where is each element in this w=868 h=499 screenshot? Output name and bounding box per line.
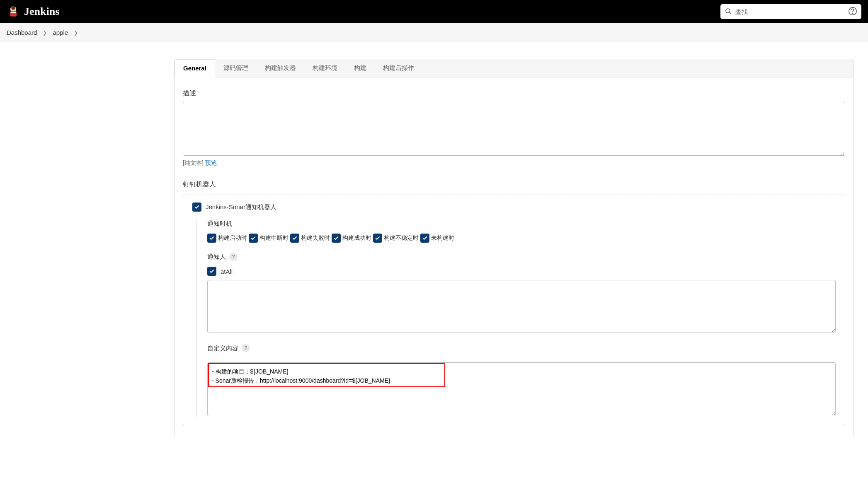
tab-general[interactable]: General [175, 59, 215, 77]
timing-label-start: 构建启动时 [218, 234, 247, 242]
timing-checkbox-notbuilt[interactable] [420, 234, 429, 243]
tab-postbuild[interactable]: 构建后操作 [375, 59, 422, 77]
chevron-right-icon: ❯ [71, 30, 80, 36]
custom-textarea-wrap [207, 358, 836, 417]
logo-area[interactable]: Jenkins [7, 5, 59, 19]
svg-point-7 [852, 13, 853, 14]
svg-rect-3 [11, 12, 16, 12]
logo-title: Jenkins [24, 5, 59, 18]
timing-checkbox-unstable[interactable] [373, 234, 382, 243]
description-label: 描述 [183, 89, 845, 98]
svg-point-2 [11, 6, 15, 10]
description-format-row: [纯文本] 预览 [183, 159, 845, 167]
custom-content-text: 自定义内容 [207, 345, 238, 352]
robot-enable-checkbox[interactable] [192, 202, 201, 212]
atall-textarea[interactable] [207, 280, 836, 333]
breadcrumb: Dashboard ❯ apple ❯ [0, 23, 868, 42]
breadcrumb-item-dashboard[interactable]: Dashboard [7, 29, 37, 36]
search-input[interactable] [732, 8, 848, 15]
help-icon[interactable] [848, 7, 857, 17]
timing-label-success: 构建成功时 [342, 234, 371, 242]
description-textarea[interactable] [183, 102, 845, 156]
robot-name-label: Jenkins-Sonar通知机器人 [206, 203, 276, 211]
header-right [720, 4, 861, 19]
atall-row: atAll [207, 267, 836, 276]
tabs-bar: General 源码管理 构建触发器 构建环境 构建 构建后操作 [174, 59, 854, 77]
breadcrumb-item-job[interactable]: apple [53, 29, 68, 36]
timing-option: 构建失败时 [290, 234, 330, 243]
timing-option: 未构建时 [420, 234, 454, 243]
format-plain-label: [纯文本] [183, 159, 204, 166]
timing-checkbox-failure[interactable] [290, 234, 299, 243]
timing-checkbox-start[interactable] [207, 234, 216, 243]
custom-content-label: 自定义内容 ? [207, 344, 836, 352]
content-container: General 源码管理 构建触发器 构建环境 构建 构建后操作 描述 [纯文本… [174, 59, 854, 437]
svg-point-4 [726, 9, 730, 13]
timing-option: 构建不稳定时 [373, 234, 419, 243]
search-icon [725, 7, 732, 16]
timing-label-aborted: 构建中断时 [259, 234, 289, 242]
help-icon[interactable]: ? [242, 344, 250, 352]
atall-label: atAll [221, 268, 233, 275]
svg-line-5 [730, 12, 731, 14]
timing-option: 构建启动时 [207, 234, 247, 243]
notify-people-label: 通知人 ? [207, 253, 836, 261]
timing-label-failure: 构建失败时 [301, 234, 330, 242]
timing-label: 通知时机 [207, 220, 836, 228]
robot-block: Jenkins-Sonar通知机器人 通知时机 构建启动时 构建中断时 [183, 195, 845, 425]
timing-checkbox-success[interactable] [332, 234, 341, 243]
format-preview-link[interactable]: 预览 [205, 159, 217, 166]
top-header: Jenkins [0, 0, 868, 23]
tab-scm[interactable]: 源码管理 [215, 59, 257, 77]
robot-enable-row: Jenkins-Sonar通知机器人 [192, 202, 836, 212]
tab-build[interactable]: 构建 [346, 59, 375, 77]
robot-section-title: 钉钉机器人 [183, 180, 845, 189]
timing-label-unstable: 构建不稳定时 [384, 234, 419, 242]
timing-label-notbuilt: 未构建时 [431, 234, 454, 242]
robot-inner-section: 通知时机 构建启动时 构建中断时 构建失败时 [196, 220, 836, 417]
atall-checkbox[interactable] [207, 267, 216, 276]
timing-checkbox-aborted[interactable] [249, 234, 258, 243]
custom-content-textarea[interactable] [207, 362, 836, 416]
form-area: 描述 [纯文本] 预览 钉钉机器人 Jenkins-Sonar通知机器人 通知时… [174, 77, 854, 437]
help-icon[interactable]: ? [229, 253, 238, 261]
notify-people-text: 通知人 [207, 253, 226, 261]
tab-env[interactable]: 构建环境 [304, 59, 346, 77]
chevron-right-icon: ❯ [40, 30, 49, 36]
timing-option: 构建成功时 [332, 234, 371, 243]
tab-triggers[interactable]: 构建触发器 [257, 59, 304, 77]
main-area: General 源码管理 构建触发器 构建环境 构建 构建后操作 描述 [纯文本… [0, 42, 868, 437]
jenkins-logo-icon [7, 5, 20, 19]
timing-option: 构建中断时 [249, 234, 289, 243]
search-box[interactable] [720, 4, 861, 19]
timing-checks: 构建启动时 构建中断时 构建失败时 构建成功时 [207, 234, 836, 243]
